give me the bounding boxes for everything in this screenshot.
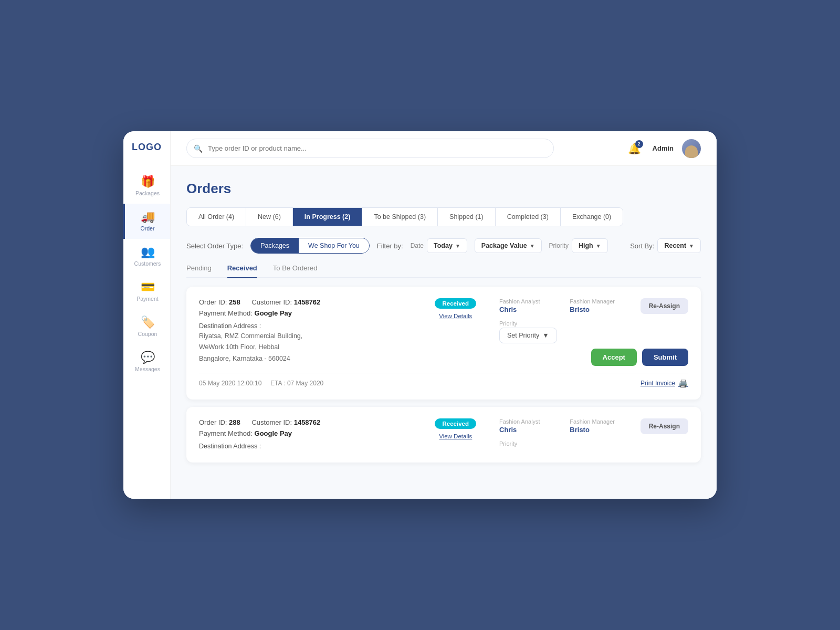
date-dropdown[interactable]: Today ▼ [427,238,467,253]
customer-id-value-1: 1458762 [294,298,321,306]
avatar-image [682,139,701,158]
sidebar-item-customers[interactable]: 👥 Customers [123,239,170,274]
package-value-label: Package Value [481,242,527,249]
sidebar-item-packages[interactable]: 🎁 Packages [123,169,170,204]
address-label-1: Destination Address : [199,322,422,330]
tab-all-order[interactable]: All Order (4) [187,208,246,226]
date-value: Today [434,242,453,249]
status-badge-2: Received [435,418,476,429]
notification-button[interactable]: 🔔 2 [625,139,644,158]
address-line1-1: Riyatsa, RMZ Commercial Building, [199,331,422,342]
order-card-2-right: Fashion Analyst Chris Fashion Manager Br… [499,418,688,451]
date-filter-label: Date [411,242,424,249]
tab-in-progress[interactable]: In Progress (2) [293,208,363,226]
set-priority-dropdown-1[interactable]: Set Priority ▼ [499,328,557,343]
sidebar-item-payment[interactable]: 💳 Payment [123,274,170,309]
order-date-1: 05 May 2020 12:00:10 [199,380,261,387]
view-details-link-1[interactable]: View Details [439,313,472,319]
messages-icon: 💬 [141,352,155,363]
accept-btn-1[interactable]: Accept [591,349,637,366]
filter-bar: Select Order Type: Packages We Shop For … [186,238,701,254]
manager-name-1: Bristo [570,306,629,313]
address-label-2: Destination Address : [199,443,422,450]
payment-method-2: Payment Method: Google Pay [199,429,422,437]
header-right: 🔔 2 Admin [625,139,701,158]
tab-new[interactable]: New (6) [246,208,293,226]
filter-by-label: Filter by: [377,242,403,250]
reassign-btn-1[interactable]: Re-Assign [640,298,688,314]
analyst-col-2: Fashion Analyst Chris [499,418,559,434]
eta-label-1: ETA : [270,380,285,387]
payment-icon: 💳 [141,281,155,293]
search-icon: 🔍 [194,144,203,153]
coupon-icon: 🏷️ [141,317,155,328]
order-card-2: Order ID: 288 Customer ID: 1458762 Payme… [186,407,701,463]
manager-col-2: Fashion Manager Bristo [570,418,629,434]
order-card-1: Order ID: 258 Customer ID: 1458762 Payme… [186,287,701,400]
address-line3-1: Bangalore, Karnataka - 560024 [199,353,422,364]
sidebar-label-packages: Packages [135,190,160,196]
btn-we-shop-for-you[interactable]: We Shop For You [299,238,369,253]
manager-label-2: Fashion Manager [570,418,629,425]
order-card-1-left: Order ID: 258 Customer ID: 1458762 Payme… [199,298,422,371]
analyst-label-2: Fashion Analyst [499,418,559,425]
tab-shipped[interactable]: Shipped (1) [438,208,496,226]
submit-btn-1[interactable]: Submit [642,349,688,366]
packages-icon: 🎁 [141,176,155,187]
sidebar-item-order[interactable]: 🚚 Order [123,204,170,239]
print-invoice-label-1: Print Invoice [640,380,675,387]
customer-id-label-1: Customer ID: [251,298,292,306]
date-chevron-icon: ▼ [455,243,460,249]
order-id-label-2: Order ID: [199,418,227,426]
main-content: 🔍 🔔 2 Admin Orders All O [171,131,717,499]
priority-dropdown[interactable]: High ▼ [572,238,608,253]
package-value-filter-group: Package Value ▼ [475,238,542,253]
analyst-name-2: Chris [499,426,559,434]
tab-completed[interactable]: Completed (3) [496,208,561,226]
set-priority-value-1: Set Priority [507,332,539,339]
analyst-label-1: Fashion Analyst [499,298,559,304]
sort-by-label: Sort By: [630,242,654,250]
status-area-1: Received View Details [435,298,476,371]
eta-value-1: 07 May 2020 [287,380,323,387]
payment-method-1: Payment Method: Google Pay [199,309,422,317]
tab-to-be-shipped[interactable]: To be Shipped (3) [362,208,438,226]
order-id-value-1: 258 [229,298,240,306]
manager-label-1: Fashion Manager [570,298,629,304]
order-id-label-1: Order ID: [199,298,227,306]
page-title: Orders [186,181,701,197]
status-area-2: Received View Details [435,418,476,451]
sidebar-label-order: Order [141,225,155,232]
avatar [682,139,701,158]
sub-tabs: Pending Received To Be Ordered [186,264,701,278]
customers-icon: 👥 [141,246,155,258]
payment-method-value-1: Google Pay [255,309,292,317]
reassign-btn-2[interactable]: Re-Assign [640,418,688,434]
priority-value: High [579,242,593,249]
select-order-type-label: Select Order Type: [186,242,243,250]
app-container: LOGO 🎁 Packages 🚚 Order 👥 Customers 💳 Pa… [123,131,717,499]
sub-tab-to-be-ordered[interactable]: To Be Ordered [273,264,318,278]
btn-packages[interactable]: Packages [251,238,299,253]
sub-tab-pending[interactable]: Pending [186,264,212,278]
priority-label-1: Priority [499,320,688,327]
order-id-value-2: 288 [229,418,240,426]
manager-name-2: Bristo [570,426,629,434]
sort-value: Recent [664,242,686,249]
sidebar-item-messages[interactable]: 💬 Messages [123,344,170,380]
sidebar-item-coupon[interactable]: 🏷️ Coupon [123,309,170,344]
order-card-2-left: Order ID: 288 Customer ID: 1458762 Payme… [199,418,422,451]
search-input[interactable] [186,139,554,158]
notification-badge: 2 [635,140,643,148]
view-details-link-2[interactable]: View Details [439,433,472,439]
sub-tab-received[interactable]: Received [227,264,257,278]
action-btns-1: Accept Submit [499,349,688,366]
payment-method-value-2: Google Pay [255,429,292,437]
header: 🔍 🔔 2 Admin [171,131,717,166]
tab-exchange[interactable]: Exchange (0) [561,208,623,226]
sort-dropdown[interactable]: Recent ▼ [657,238,701,253]
order-meta-2: Order ID: 288 Customer ID: 1458762 [199,418,422,426]
package-value-dropdown[interactable]: Package Value ▼ [475,238,542,253]
print-invoice-link-1[interactable]: Print Invoice 🖨️ [640,379,688,388]
date-filter-group: Date Today ▼ [411,238,467,253]
